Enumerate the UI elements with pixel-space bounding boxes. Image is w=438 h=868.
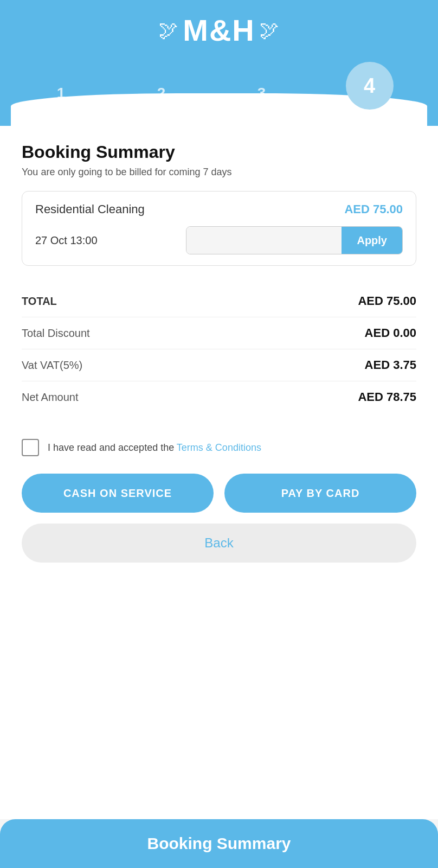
pay-by-card-button[interactable]: PAY BY CARD <box>224 474 416 513</box>
coupon-area: Apply <box>186 226 403 254</box>
total-label-total: TOTAL <box>22 295 57 308</box>
footer-bar: Booking Summary <box>0 819 438 868</box>
terms-link[interactable]: Terms & Conditions <box>177 442 261 453</box>
service-name: Residential Cleaning <box>35 202 145 216</box>
total-value-net: AED 78.75 <box>358 390 416 404</box>
logo-right-icon: 🕊 <box>260 19 279 42</box>
billing-notice: You are only going to be billed for comi… <box>22 167 416 178</box>
terms-section: I have read and accepted the Terms & Con… <box>22 426 416 474</box>
total-value-vat: AED 3.75 <box>365 358 416 372</box>
total-row-net: Net Amount AED 78.75 <box>22 381 416 413</box>
payment-buttons: CASH ON SERVICE PAY BY CARD <box>22 474 416 513</box>
booking-card: Residential Cleaning AED 75.00 27 Oct 13… <box>22 191 416 266</box>
page-title: Booking Summary <box>22 142 416 162</box>
terms-checkbox[interactable] <box>22 439 39 456</box>
main-content: Booking Summary You are only going to be… <box>0 126 438 819</box>
total-value-discount: AED 0.00 <box>365 326 416 340</box>
coupon-input[interactable] <box>186 227 342 254</box>
apply-button[interactable]: Apply <box>342 227 402 254</box>
total-row-vat: Vat VAT(5%) AED 3.75 <box>22 349 416 381</box>
logo-area: 🕊 M&H 🕊 <box>159 15 279 46</box>
total-label-vat: Vat VAT(5%) <box>22 359 82 372</box>
booking-card-bottom: 27 Oct 13:00 Apply <box>35 226 403 254</box>
total-value-total: AED 75.00 <box>358 294 416 308</box>
total-row-discount: Total Discount AED 0.00 <box>22 317 416 349</box>
service-price: AED 75.00 <box>344 202 403 216</box>
total-row-total: TOTAL AED 75.00 <box>22 285 416 317</box>
header: 🕊 M&H 🕊 1 2 3 4 <box>0 0 438 126</box>
cash-on-service-button[interactable]: CASH ON SERVICE <box>22 474 214 513</box>
booking-date: 27 Oct 13:00 <box>35 234 98 247</box>
header-curve <box>11 110 427 126</box>
booking-card-top: Residential Cleaning AED 75.00 <box>35 202 403 216</box>
back-button[interactable]: Back <box>22 524 416 563</box>
logo-text: M&H <box>183 15 255 46</box>
footer-title: Booking Summary <box>147 834 291 853</box>
total-label-net: Net Amount <box>22 391 79 404</box>
step-4-container: 4 <box>346 62 394 110</box>
totals-section: TOTAL AED 75.00 Total Discount AED 0.00 … <box>22 285 416 426</box>
step-4-active: 4 <box>346 62 394 110</box>
terms-text: I have read and accepted the Terms & Con… <box>48 442 261 454</box>
logo-left-icon: 🕊 <box>159 19 178 42</box>
total-label-discount: Total Discount <box>22 327 90 340</box>
